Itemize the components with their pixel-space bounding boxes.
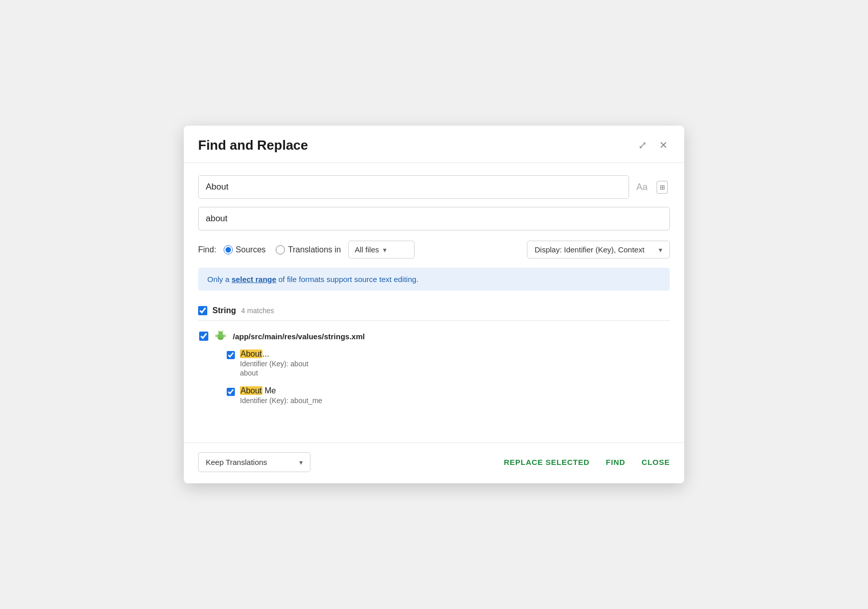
case-sensitive-icon: Aa (636, 182, 647, 192)
match-content-1: About Me Identifier (Key): about_me (240, 386, 322, 405)
find-input-row: Aa ⊞ (198, 175, 670, 199)
string-header: String 4 matches (198, 302, 670, 321)
match-key-1: Identifier (Key): about_me (240, 396, 322, 405)
close-button[interactable]: ✕ (657, 137, 670, 153)
display-dropdown[interactable]: Display: Identifier (Key), Context ▾ (527, 241, 670, 259)
svg-rect-2 (215, 335, 216, 337)
match-item-checkbox-0[interactable] (227, 351, 235, 359)
find-replace-dialog: Find and Replace ⤢ ✕ Aa ⊞ (184, 126, 684, 483)
match-text-0: About... (240, 349, 308, 359)
match-suffix-0: ... (262, 349, 269, 358)
match-item-1: About Me Identifier (Key): about_me (227, 386, 670, 405)
svg-line-6 (218, 331, 219, 332)
banner-text-after: of file formats support source text edit… (276, 275, 418, 284)
svg-rect-3 (225, 335, 226, 337)
svg-rect-4 (219, 338, 220, 339)
match-value-0: about (240, 369, 308, 377)
translations-option[interactable]: Translations in (276, 245, 341, 254)
sources-option[interactable]: Sources (224, 245, 266, 254)
find-options-row: Find: Sources Translations in All files … (198, 241, 670, 259)
radio-group: Sources Translations in (224, 245, 341, 254)
file-checkbox[interactable] (199, 332, 208, 341)
dialog-footer: Keep Translations ▾ REPLACE SELECTED FIN… (184, 442, 684, 483)
match-item-checkbox-1[interactable] (227, 388, 235, 396)
footer-actions: REPLACE SELECTED FIND CLOSE (504, 456, 670, 469)
android-icon (213, 329, 228, 343)
file-row: /app/src/main/res/values/strings.xml (198, 325, 670, 347)
dialog-header: Find and Replace ⤢ ✕ (184, 126, 684, 163)
banner-text-before: Only a (207, 275, 232, 284)
match-item: About... Identifier (Key): about about (227, 349, 670, 377)
keep-translations-dropdown[interactable]: Keep Translations ▾ (198, 452, 310, 472)
sources-radio[interactable] (224, 245, 233, 254)
file-path: /app/src/main/res/values/strings.xml (233, 332, 365, 341)
match-key-0: Identifier (Key): about (240, 360, 308, 368)
results-section: String 4 matches (198, 302, 670, 437)
keep-translations-label: Keep Translations (206, 458, 295, 466)
all-files-dropdown[interactable]: All files ▾ (348, 241, 415, 259)
chevron-down-icon: ▾ (383, 246, 387, 254)
svg-line-7 (222, 331, 223, 332)
find-button[interactable]: FIND (606, 456, 625, 469)
match-content-0: About... Identifier (Key): about about (240, 349, 308, 377)
find-input[interactable] (198, 175, 629, 199)
expand-icon: ⤢ (638, 139, 647, 151)
translations-radio[interactable] (276, 245, 285, 254)
regex-button[interactable]: ⊞ (655, 181, 670, 194)
header-icons: ⤢ ✕ (636, 137, 670, 153)
dialog-body: Aa ⊞ Find: Sources Translations in (184, 163, 684, 437)
regex-icon: ⊞ (657, 181, 668, 194)
search-icons: Aa ⊞ (634, 181, 670, 194)
chevron-down-icon: ▾ (299, 458, 303, 466)
case-sensitive-button[interactable]: Aa (634, 181, 649, 194)
footer-close-button[interactable]: CLOSE (642, 456, 670, 469)
svg-rect-5 (221, 338, 222, 339)
expand-button[interactable]: ⤢ (636, 137, 649, 153)
chevron-down-icon: ▾ (659, 246, 662, 254)
find-label: Find: (198, 245, 216, 254)
close-icon: ✕ (659, 139, 668, 151)
display-label: Display: Identifier (Key), Context (535, 245, 655, 254)
string-label: String (212, 306, 236, 315)
info-banner: Only a select range of file formats supp… (198, 268, 670, 291)
string-checkbox[interactable] (198, 306, 207, 315)
select-range-link[interactable]: select range (232, 275, 277, 284)
dialog-title: Find and Replace (198, 137, 308, 153)
replace-selected-button[interactable]: REPLACE SELECTED (504, 456, 590, 469)
match-suffix-1: Me (262, 386, 276, 395)
match-highlight-0: About (240, 349, 262, 358)
translations-in-label: Translations in (288, 245, 341, 254)
all-files-label: All files (355, 245, 379, 254)
matches-badge: 4 matches (241, 307, 274, 315)
match-text-1: About Me (240, 386, 322, 395)
replace-input[interactable] (198, 207, 670, 230)
sources-label: Sources (236, 245, 266, 254)
match-highlight-1: About (240, 386, 262, 395)
